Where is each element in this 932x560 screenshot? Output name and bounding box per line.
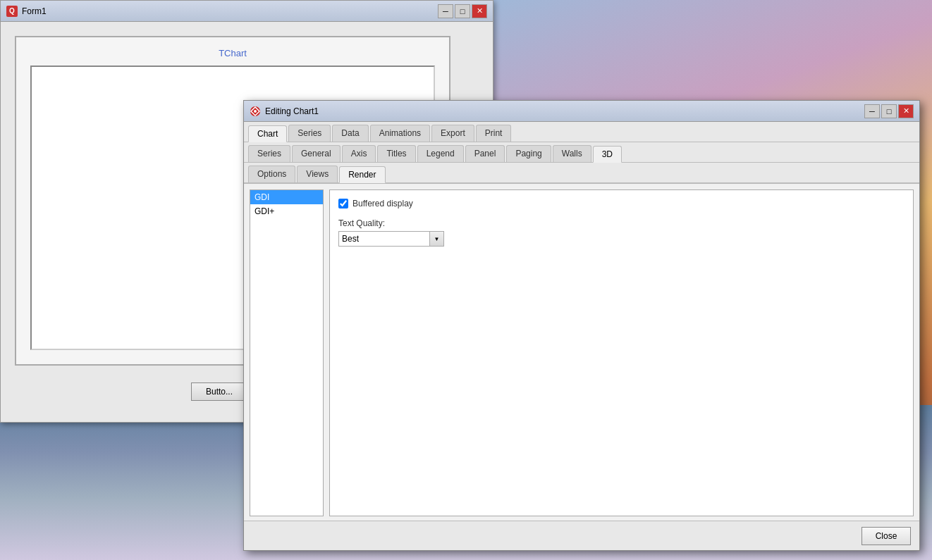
tab-animations[interactable]: Animations: [370, 125, 430, 142]
dialog-titlebar-buttons: ─ □ ✕: [864, 104, 914, 118]
close-button[interactable]: Close: [862, 527, 911, 545]
tab-panel[interactable]: Panel: [465, 145, 505, 162]
tab-chart[interactable]: Chart: [248, 125, 287, 142]
tab-series-2[interactable]: Series: [248, 145, 290, 162]
tab-legend[interactable]: Legend: [417, 145, 464, 162]
editing-chart1-dialog: Editing Chart1 ─ □ ✕ Chart Series Data A…: [243, 100, 920, 551]
tab-print[interactable]: Print: [476, 125, 512, 142]
tab-paging[interactable]: Paging: [506, 145, 551, 162]
form1-button[interactable]: Butto...: [191, 382, 247, 401]
tab-options[interactable]: Options: [248, 166, 295, 182]
dialog-app-icon: [250, 106, 261, 117]
dialog-minimize-button[interactable]: ─: [864, 104, 880, 118]
tab-axis[interactable]: Axis: [342, 145, 376, 162]
text-quality-select[interactable]: Best Normal Draft: [338, 231, 430, 247]
dialog-maximize-button[interactable]: □: [881, 104, 897, 118]
buffered-display-row: Buffered display: [338, 199, 905, 209]
tab-render[interactable]: Render: [339, 166, 385, 183]
tab-titles[interactable]: Titles: [377, 145, 415, 162]
render-list: GDI GDI+: [250, 189, 324, 516]
form1-titlebar: Q Form1 ─ □ ✕: [1, 1, 493, 22]
render-list-item-gdi[interactable]: GDI: [250, 190, 323, 204]
text-quality-select-row: Best Normal Draft ▼: [338, 231, 905, 247]
form1-app-icon: Q: [6, 6, 18, 17]
tab-walls[interactable]: Walls: [553, 145, 591, 162]
dialog-footer: Close: [244, 521, 919, 550]
tchart-label: TChart: [219, 48, 247, 58]
dialog-title: Editing Chart1: [265, 106, 864, 116]
text-quality-dropdown-icon[interactable]: ▼: [430, 231, 444, 247]
tab-row-3: Options Views Render: [244, 163, 919, 184]
tab-export[interactable]: Export: [431, 125, 474, 142]
form1-maximize-button[interactable]: □: [455, 4, 470, 18]
form1-titlebar-buttons: ─ □ ✕: [438, 4, 487, 18]
buffered-display-label: Buffered display: [352, 199, 413, 209]
tab-row-1: Chart Series Data Animations Export Prin…: [244, 122, 919, 142]
form1-minimize-button[interactable]: ─: [438, 4, 453, 18]
dialog-close-x-button[interactable]: ✕: [898, 104, 914, 118]
tab-views[interactable]: Views: [297, 166, 338, 182]
svg-point-1: [254, 110, 257, 113]
dialog-body: GDI GDI+ Buffered display Text Quality: …: [244, 184, 919, 522]
tab-row-2: Series General Axis Titles Legend Panel …: [244, 142, 919, 163]
form1-title: Form1: [22, 6, 438, 16]
tab-3d[interactable]: 3D: [593, 146, 622, 163]
buffered-display-checkbox[interactable]: [338, 199, 348, 209]
render-panel: Buffered display Text Quality: Best Norm…: [329, 189, 914, 516]
tab-data[interactable]: Data: [332, 125, 368, 142]
dialog-titlebar: Editing Chart1 ─ □ ✕: [244, 101, 919, 122]
tab-general[interactable]: General: [292, 145, 341, 162]
render-list-item-gdip[interactable]: GDI+: [250, 204, 323, 218]
form1-close-button[interactable]: ✕: [472, 4, 487, 18]
tab-series-1[interactable]: Series: [288, 125, 331, 142]
text-quality-label: Text Quality:: [338, 218, 905, 228]
